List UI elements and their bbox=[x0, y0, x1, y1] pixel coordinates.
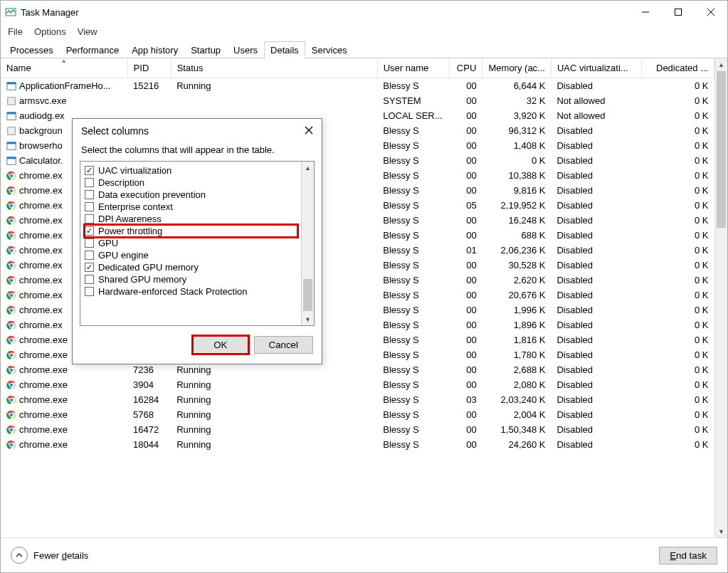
svg-point-26 bbox=[9, 248, 14, 253]
tab-users[interactable]: Users bbox=[227, 41, 264, 58]
dialog-button-row: OK Cancel bbox=[73, 326, 322, 364]
svg-point-40 bbox=[9, 353, 14, 357]
checkbox[interactable] bbox=[85, 275, 94, 284]
minimize-button[interactable] bbox=[629, 1, 662, 23]
menu-options[interactable]: Options bbox=[33, 26, 68, 37]
column-option-gpu-engine[interactable]: GPU engine bbox=[85, 249, 297, 261]
column-option-enterprise-context[interactable]: Enterprise context bbox=[85, 201, 297, 213]
column-header-status[interactable]: Status bbox=[171, 58, 377, 78]
column-option-shared-gpu-memory[interactable]: Shared GPU memory bbox=[85, 273, 297, 285]
column-header-gpu[interactable]: Dedicated ... bbox=[642, 58, 714, 78]
cell-uac: Disabled bbox=[551, 153, 641, 168]
cell-cpu: 00 bbox=[450, 362, 482, 377]
menu-view[interactable]: View bbox=[76, 26, 99, 37]
chrome-icon bbox=[6, 171, 16, 181]
process-row[interactable]: chrome.exe7236RunningBlessy S002,688 KDi… bbox=[1, 362, 714, 377]
svg-point-46 bbox=[9, 398, 14, 402]
ok-button[interactable]: OK bbox=[193, 336, 248, 354]
tab-details[interactable]: Details bbox=[264, 41, 305, 58]
cell-uac: Disabled bbox=[551, 273, 641, 288]
menu-file[interactable]: File bbox=[6, 26, 24, 37]
column-header-name[interactable]: Name▲ bbox=[1, 58, 127, 78]
scroll-thumb[interactable] bbox=[717, 71, 726, 228]
cell-uac: Disabled bbox=[551, 123, 641, 138]
scroll-thumb[interactable] bbox=[303, 279, 312, 311]
checkbox[interactable] bbox=[85, 178, 94, 187]
cell-name: chrome.exe bbox=[1, 392, 127, 407]
svg-point-28 bbox=[9, 263, 14, 268]
cell-uac: Disabled bbox=[551, 407, 641, 422]
column-header-cpu[interactable]: CPU bbox=[450, 58, 482, 78]
checkbox[interactable] bbox=[85, 190, 94, 199]
process-row[interactable]: chrome.exe5768RunningBlessy S002,004 KDi… bbox=[1, 407, 714, 422]
tab-performance[interactable]: Performance bbox=[60, 41, 125, 58]
cell-cpu: 00 bbox=[450, 273, 482, 288]
cell-user: Blessy S bbox=[377, 303, 450, 317]
column-option-data-execution-prevention[interactable]: Data execution prevention bbox=[85, 189, 297, 201]
column-option-uac-virtualization[interactable]: ✓UAC virtualization bbox=[85, 164, 297, 177]
checkbox[interactable] bbox=[85, 251, 94, 260]
process-row[interactable]: chrome.exe18044RunningBlessy S0024,260 K… bbox=[1, 437, 714, 452]
tab-startup[interactable]: Startup bbox=[184, 41, 227, 58]
cell-gpu: 0 K bbox=[642, 303, 714, 317]
process-row[interactable]: ApplicationFrameHo...15216RunningBlessy … bbox=[1, 78, 714, 94]
cell-cpu: 00 bbox=[450, 332, 482, 347]
column-option-dedicated-gpu-memory[interactable]: ✓Dedicated GPU memory bbox=[85, 261, 297, 273]
tab-services[interactable]: Services bbox=[305, 41, 354, 58]
option-label: Shared GPU memory bbox=[98, 274, 186, 285]
cell-mem: 1,50,348 K bbox=[482, 422, 552, 437]
process-row[interactable]: chrome.exe16284RunningBlessy S032,03,240… bbox=[1, 392, 714, 407]
checkbox[interactable] bbox=[85, 238, 94, 248]
dialog-scrollbar[interactable]: ▲ ▼ bbox=[301, 162, 314, 325]
win-icon bbox=[6, 141, 16, 151]
column-option-gpu[interactable]: GPU bbox=[85, 237, 297, 249]
cell-user: Blessy S bbox=[377, 437, 450, 452]
scroll-up-icon[interactable]: ▲ bbox=[715, 58, 727, 70]
column-option-hardware-enforced-stack-protection[interactable]: Hardware-enforced Stack Protection bbox=[85, 285, 297, 298]
cell-pid: 5768 bbox=[127, 407, 171, 422]
column-header-user[interactable]: User name bbox=[377, 58, 450, 78]
scroll-up-icon[interactable]: ▲ bbox=[302, 162, 314, 174]
fewer-details-toggle[interactable]: Fewer details bbox=[11, 547, 88, 564]
process-row[interactable]: chrome.exe16472RunningBlessy S001,50,348… bbox=[1, 422, 714, 437]
option-label: DPI Awareness bbox=[98, 214, 162, 224]
cell-uac: Disabled bbox=[551, 303, 641, 317]
column-header-mem[interactable]: Memory (ac... bbox=[482, 58, 552, 78]
cell-pid: 18044 bbox=[127, 437, 171, 452]
checkbox[interactable]: ✓ bbox=[85, 226, 94, 236]
column-option-dpi-awareness[interactable]: DPI Awareness bbox=[85, 213, 297, 225]
checkbox[interactable]: ✓ bbox=[85, 166, 94, 175]
cell-user: Blessy S bbox=[377, 123, 450, 138]
cell-cpu: 03 bbox=[450, 392, 482, 407]
cell-cpu: 00 bbox=[450, 288, 482, 303]
dialog-close-button[interactable] bbox=[305, 125, 313, 137]
process-row[interactable]: chrome.exe3904RunningBlessy S002,080 KDi… bbox=[1, 377, 714, 392]
column-option-description[interactable]: Description bbox=[85, 177, 297, 189]
checkbox[interactable]: ✓ bbox=[85, 263, 94, 272]
tab-app-history[interactable]: App history bbox=[125, 41, 184, 58]
close-button[interactable] bbox=[695, 1, 727, 23]
svg-rect-14 bbox=[7, 157, 16, 159]
column-header-uac[interactable]: UAC virtualizati... bbox=[551, 58, 641, 78]
maximize-button[interactable] bbox=[662, 1, 695, 23]
checkbox[interactable] bbox=[85, 202, 94, 211]
column-header-pid[interactable]: PID bbox=[127, 58, 171, 78]
process-row[interactable]: armsvc.exeSYSTEM0032 KNot allowed0 K bbox=[1, 93, 714, 108]
cancel-button[interactable]: Cancel bbox=[254, 336, 314, 354]
option-label: Description bbox=[98, 177, 144, 188]
tab-processes[interactable]: Processes bbox=[4, 41, 60, 58]
checkbox[interactable] bbox=[85, 287, 94, 296]
cell-user: Blessy S bbox=[377, 258, 450, 273]
scroll-down-icon[interactable]: ▼ bbox=[715, 525, 727, 537]
cell-mem: 1,780 K bbox=[482, 347, 552, 362]
chrome-icon bbox=[6, 246, 16, 256]
app-icon bbox=[6, 96, 16, 106]
cell-user: Blessy S bbox=[377, 422, 450, 437]
cell-cpu: 05 bbox=[450, 198, 482, 213]
column-option-power-throttling[interactable]: ✓Power throttling bbox=[85, 225, 297, 237]
end-task-button[interactable]: End task bbox=[659, 547, 717, 564]
checkbox[interactable] bbox=[85, 214, 94, 224]
scroll-down-icon[interactable]: ▼ bbox=[302, 313, 314, 325]
cell-gpu: 0 K bbox=[642, 108, 714, 123]
vertical-scrollbar[interactable]: ▲ ▼ bbox=[714, 58, 727, 537]
